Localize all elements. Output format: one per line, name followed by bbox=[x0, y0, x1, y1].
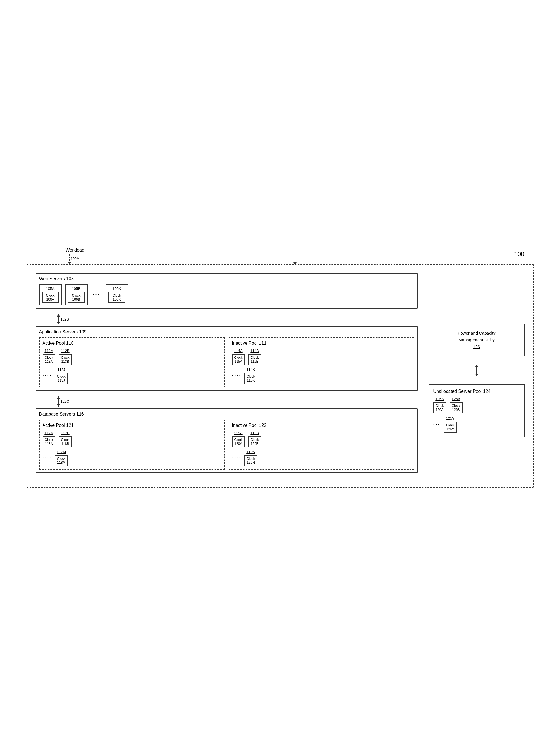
db-servers-box: Database Servers 116 Active Pool 121 117… bbox=[36, 408, 418, 473]
app-node-114A: 114A Clock 115A bbox=[232, 349, 245, 365]
unallocated-pool-box: Unallocated Server Pool 124 125A Clock 1… bbox=[429, 384, 525, 437]
right-panel: Power and Capacity Management Utility 12… bbox=[429, 324, 525, 437]
db-node-119A: 119A Clock 120A bbox=[232, 431, 245, 447]
server-node-105B: 105B Clock 106B bbox=[65, 284, 88, 305]
unalloc-node-125Y: 125Y Clock 126Y bbox=[444, 416, 457, 433]
unalloc-node-125A: 125A Clock 126A bbox=[433, 397, 446, 413]
server-node-105A: 105A Clock 106A bbox=[39, 284, 62, 305]
web-dots: ··· bbox=[93, 292, 100, 298]
db-active-pool: Active Pool 121 117A Clock 118A bbox=[39, 419, 225, 470]
app-inactive-dots: ···· bbox=[232, 372, 242, 379]
app-active-pool: Active Pool 110 112A Clock 113A bbox=[39, 338, 225, 387]
app-inactive-pool: Inactive Pool 111 114A Clock 115A bbox=[229, 338, 414, 387]
db-inactive-dots: ···· bbox=[232, 455, 242, 461]
app-node-112A: 112A Clock 113A bbox=[43, 349, 55, 365]
db-servers-title: Database Servers 116 bbox=[39, 412, 414, 417]
db-node-117A: 117A Clock 118A bbox=[43, 431, 55, 447]
clock-106A: Clock 106A bbox=[42, 292, 59, 303]
db-active-dots: ···· bbox=[43, 455, 52, 461]
diagram-main-label: 100 bbox=[514, 251, 525, 258]
workload-label: Workload bbox=[66, 248, 84, 253]
main-layout: Web Servers 105 105A Clock 106A bbox=[36, 273, 525, 479]
web-servers-title: Web Servers 105 bbox=[39, 276, 414, 282]
db-inactive-pool: Inactive Pool 122 119A Clock 120A bbox=[229, 419, 414, 470]
db-pool-pair: Active Pool 121 117A Clock 118A bbox=[39, 419, 414, 470]
db-node-117B: 117B Clock 118B bbox=[59, 431, 72, 447]
app-servers-title: Application Servers 109 bbox=[39, 330, 414, 335]
clock-106B: Clock 106B bbox=[68, 292, 85, 303]
arrow-102c-container: 102C bbox=[58, 396, 418, 406]
arrow-102c bbox=[58, 396, 59, 406]
arrow-102b-label: 102B bbox=[61, 317, 69, 321]
unalloc-dots: ··· bbox=[433, 421, 441, 428]
power-utility-box: Power and Capacity Management Utility 12… bbox=[429, 324, 525, 356]
db-node-119N: 119N Clock 120N bbox=[244, 450, 257, 466]
server-node-105X: 105X Clock 106X bbox=[106, 284, 128, 305]
app-node-112B: 112B Clock 113B bbox=[59, 349, 72, 365]
app-node-114B: 114B Clock 115B bbox=[248, 349, 261, 365]
db-node-117M: 117M Clock 118M bbox=[55, 450, 68, 466]
app-pool-pair: Active Pool 110 112A Clock 113A bbox=[39, 338, 414, 387]
arrow-102b-container: 102B bbox=[58, 314, 418, 325]
unalloc-node-125B: 125B Clock 126B bbox=[450, 397, 463, 413]
workload-arrow-label: 102A bbox=[71, 257, 79, 261]
web-servers-box: Web Servers 105 105A Clock 106A bbox=[36, 273, 418, 309]
app-active-dots: ···· bbox=[43, 372, 52, 379]
db-node-119B: 119B Clock 120B bbox=[248, 431, 261, 447]
left-column: Web Servers 105 105A Clock 106A bbox=[36, 273, 418, 479]
arrow-102c-label: 102C bbox=[61, 399, 69, 403]
power-to-unallocated-arrow bbox=[429, 365, 525, 376]
app-node-114K: 114K Clock 115K bbox=[244, 367, 257, 384]
app-node-112J: 112J Clock 113J bbox=[55, 367, 68, 384]
clock-106X: Clock 106X bbox=[108, 292, 125, 303]
diagram-container: Workload 102A 100 bbox=[27, 248, 534, 488]
main-outer-box: 100 Web Servers 105 105A bbox=[27, 264, 534, 488]
arrow-102b bbox=[58, 314, 59, 325]
app-servers-box: Application Servers 109 Active Pool 110 … bbox=[36, 326, 418, 391]
